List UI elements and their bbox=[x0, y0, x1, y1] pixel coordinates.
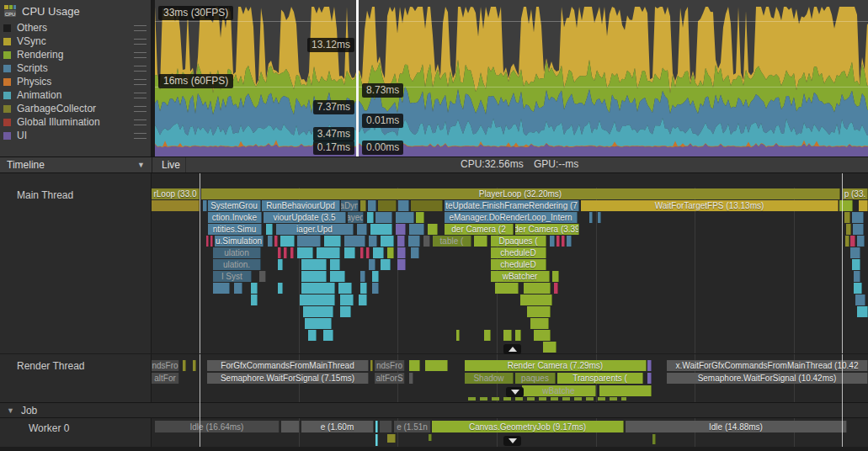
flame-block[interactable] bbox=[398, 200, 409, 211]
flame-block[interactable] bbox=[520, 294, 552, 305]
flame-block[interactable] bbox=[495, 283, 519, 294]
flame-block[interactable] bbox=[381, 236, 394, 247]
flame-block-waitfortargetfps-13-13ms[interactable]: WaitForTargetFPS (13.13ms) bbox=[581, 200, 839, 211]
flame-block[interactable] bbox=[647, 360, 652, 371]
flame-block[interactable] bbox=[647, 373, 652, 384]
flame-block[interactable] bbox=[387, 434, 396, 443]
flame-block[interactable] bbox=[324, 236, 341, 247]
flame-block[interactable] bbox=[562, 236, 565, 247]
scroll-down-arrow[interactable] bbox=[506, 387, 524, 397]
flame-block[interactable] bbox=[372, 283, 379, 294]
flame-block[interactable] bbox=[589, 212, 593, 223]
legend-item-physics[interactable]: Physics bbox=[0, 75, 151, 88]
flame-block-dpaques[interactable]: Dpaques ( bbox=[491, 236, 546, 247]
flame-block[interactable] bbox=[340, 294, 354, 305]
flame-block[interactable] bbox=[323, 330, 333, 341]
flame-block[interactable] bbox=[369, 259, 375, 270]
drag-handle-icon[interactable] bbox=[134, 106, 146, 112]
legend-item-ui[interactable]: UI bbox=[0, 129, 151, 142]
flame-block-semaphore-waitforsignal-10-42ms[interactable]: Semaphore.WaitForSignal (10.42ms) bbox=[667, 373, 868, 384]
flame-block[interactable] bbox=[423, 236, 430, 247]
flame-block-ction-invoke[interactable]: ction.Invoke bbox=[208, 212, 262, 223]
flame-block-u-simulation[interactable]: u.Simulation bbox=[215, 236, 264, 247]
flame-block-e-1-60m[interactable]: e (1.60m bbox=[301, 421, 374, 432]
flame-block[interactable] bbox=[408, 236, 420, 247]
flame-block[interactable] bbox=[203, 200, 207, 211]
flame-block[interactable] bbox=[372, 271, 379, 282]
flame-block-ulation[interactable]: ulation bbox=[213, 247, 261, 258]
scroll-down-arrow[interactable] bbox=[503, 436, 521, 446]
flame-block-ayed[interactable]: ayed bbox=[348, 212, 364, 223]
flame-block[interactable] bbox=[330, 259, 340, 270]
flame-block[interactable] bbox=[290, 247, 294, 258]
flame-block[interactable] bbox=[367, 212, 374, 223]
flame-block[interactable] bbox=[428, 224, 438, 235]
flame-block[interactable] bbox=[344, 247, 355, 258]
drag-handle-icon[interactable] bbox=[134, 93, 146, 98]
flame-block[interactable] bbox=[368, 200, 376, 211]
flame-block[interactable] bbox=[411, 200, 443, 211]
flame-block[interactable] bbox=[381, 259, 391, 270]
flame-block-paques[interactable]: paques bbox=[515, 373, 556, 384]
flame-block[interactable] bbox=[259, 271, 266, 282]
flame-block[interactable] bbox=[859, 200, 868, 211]
flame-block[interactable] bbox=[543, 342, 556, 353]
flame-block[interactable] bbox=[599, 385, 652, 396]
flame-block[interactable] bbox=[468, 397, 626, 401]
flame-block[interactable] bbox=[530, 318, 549, 329]
flame-block[interactable] bbox=[397, 247, 406, 258]
flame-block[interactable] bbox=[409, 360, 420, 371]
drag-handle-icon[interactable] bbox=[134, 39, 146, 45]
flame-block-emanager-dorenderloop-intern[interactable]: eManager.DoRenderLoop_Intern bbox=[445, 212, 578, 223]
flame-block[interactable] bbox=[387, 247, 394, 258]
flame-block[interactable] bbox=[369, 236, 377, 247]
flame-block[interactable] bbox=[409, 224, 424, 235]
flame-block[interactable] bbox=[378, 200, 397, 211]
live-toggle[interactable]: Live bbox=[157, 157, 186, 172]
flame-block[interactable] bbox=[278, 259, 283, 270]
flame-block-rloop-33-0[interactable]: rLoop (33.0 bbox=[152, 188, 200, 199]
flame-block[interactable] bbox=[474, 236, 487, 247]
flame-block[interactable] bbox=[857, 236, 865, 247]
flame-block[interactable] bbox=[370, 224, 392, 235]
flame-block-e-1-51n[interactable]: e (1.51n bbox=[394, 421, 431, 432]
flame-block-runbehaviourupd[interactable]: RunBehaviourUpd bbox=[262, 200, 340, 211]
flame-block[interactable] bbox=[850, 236, 855, 247]
flame-block[interactable] bbox=[297, 236, 321, 247]
legend-item-global-illumination[interactable]: Global Illumination bbox=[0, 115, 151, 129]
flame-block[interactable] bbox=[301, 259, 327, 270]
view-mode-dropdown[interactable]: Timeline ▼ bbox=[0, 157, 152, 172]
collapse-triangle-icon[interactable]: ▼ bbox=[7, 406, 14, 415]
flame-block[interactable] bbox=[206, 236, 209, 247]
flame-block[interactable] bbox=[370, 360, 373, 371]
legend-item-rendering[interactable]: Rendering bbox=[0, 48, 151, 61]
flame-block-altfor[interactable]: altFor bbox=[152, 373, 179, 384]
flame-block[interactable] bbox=[360, 200, 366, 211]
flame-block[interactable] bbox=[251, 294, 258, 305]
flame-block[interactable] bbox=[373, 247, 384, 258]
drag-handle-icon[interactable] bbox=[134, 119, 146, 125]
flame-block-transparents[interactable]: Transparents ( bbox=[557, 373, 643, 384]
flame-block[interactable] bbox=[297, 247, 313, 258]
flame-block-der-camera-2[interactable]: der Camera (2 bbox=[445, 224, 514, 235]
flame-block[interactable] bbox=[429, 434, 432, 441]
flame-block[interactable] bbox=[652, 434, 656, 444]
flame-block[interactable] bbox=[550, 236, 555, 247]
flame-block[interactable] bbox=[360, 283, 367, 294]
flame-block-ulation[interactable]: ulation. bbox=[213, 259, 261, 270]
thread-label-main[interactable]: Main Thread bbox=[17, 189, 73, 201]
flame-block-adyn[interactable]: aDyn bbox=[341, 200, 359, 211]
drag-handle-icon[interactable] bbox=[134, 133, 146, 139]
legend-item-others[interactable]: Others bbox=[0, 21, 151, 34]
flame-block[interactable] bbox=[281, 421, 300, 432]
flame-block[interactable] bbox=[330, 271, 345, 282]
flame-block[interactable] bbox=[552, 271, 559, 282]
flame-block-idle-16-64ms[interactable]: Idle (16.64ms) bbox=[155, 421, 280, 432]
flame-block[interactable] bbox=[855, 294, 865, 305]
job-group-header[interactable]: ▼ Job bbox=[0, 402, 868, 418]
flame-block[interactable] bbox=[503, 330, 512, 341]
flame-block[interactable] bbox=[852, 259, 860, 270]
flame-block-altfors[interactable]: altForS bbox=[375, 373, 405, 384]
flame-block-semaphore-waitforsignal-7-15ms[interactable]: Semaphore.WaitForSignal (7.15ms) bbox=[207, 373, 369, 384]
flame-block[interactable] bbox=[360, 271, 365, 282]
